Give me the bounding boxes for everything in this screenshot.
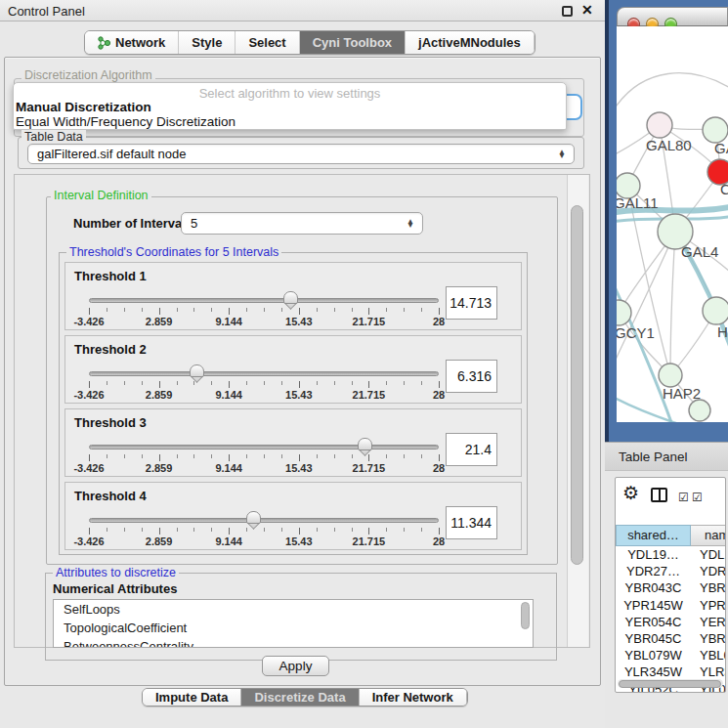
tick-mark bbox=[317, 454, 318, 458]
tab-impute-data[interactable]: Impute Data bbox=[143, 689, 241, 706]
threshold-value-field[interactable]: 14.713 bbox=[446, 286, 497, 320]
bottom-tab-bar: Impute DataDiscretize DataInfer Network bbox=[142, 688, 468, 707]
tab-style[interactable]: Style bbox=[179, 31, 236, 54]
threshold-value-field[interactable]: 21.4 bbox=[446, 433, 497, 466]
column-header-shared-name[interactable]: shared… bbox=[616, 525, 691, 546]
tick-mark bbox=[177, 528, 178, 532]
cell-shared-name[interactable]: YPR145W bbox=[616, 598, 691, 615]
tick-mark bbox=[334, 381, 335, 385]
cell-shared-name[interactable]: YDR27… bbox=[616, 564, 691, 580]
tick-mark bbox=[439, 528, 440, 535]
tick-label: 28 bbox=[433, 535, 445, 547]
horizontal-scrollbar-thumb[interactable] bbox=[619, 680, 721, 688]
cell-shared-name[interactable]: YBL079W bbox=[616, 648, 691, 664]
tab-select[interactable]: Select bbox=[236, 31, 299, 54]
number-of-intervals-label: Number of Intervals bbox=[73, 216, 193, 231]
tick-mark bbox=[124, 308, 125, 312]
tick-mark bbox=[124, 454, 125, 458]
tick-mark bbox=[211, 454, 212, 458]
slider-thumb[interactable] bbox=[283, 291, 298, 311]
attribute-item-betweennesscentrality[interactable]: BetweennessCentrality bbox=[54, 637, 533, 648]
cell-shared-name[interactable]: YER054C bbox=[616, 615, 691, 631]
apply-button[interactable]: Apply bbox=[262, 656, 329, 676]
cell-name[interactable]: YDR2 bbox=[691, 564, 726, 580]
tab-discretize-data[interactable]: Discretize Data bbox=[241, 689, 359, 706]
tick-mark bbox=[177, 454, 178, 458]
tick-mark bbox=[193, 308, 194, 312]
slider-track[interactable] bbox=[89, 371, 439, 376]
column-header-name[interactable]: name bbox=[691, 525, 726, 546]
gear-icon[interactable]: ⚙ bbox=[622, 482, 639, 504]
tab-cyni-toolbox[interactable]: Cyni Toolbox bbox=[300, 31, 406, 54]
numerical-attributes-list[interactable]: SelfLoopsTopologicalCoefficientBetweenne… bbox=[53, 599, 534, 648]
slider-track[interactable] bbox=[89, 298, 439, 303]
network-node[interactable] bbox=[689, 400, 710, 421]
tick-label: 2.859 bbox=[146, 389, 173, 401]
cell-name[interactable]: YER0 bbox=[691, 615, 726, 631]
network-node[interactable] bbox=[703, 297, 728, 324]
list-scrollbar[interactable] bbox=[521, 602, 530, 629]
slider-thumb[interactable] bbox=[190, 364, 204, 384]
attribute-item-selfloops[interactable]: SelfLoops bbox=[54, 600, 533, 619]
threshold-panel-2: Threshold 2-3.4262.8599.14415.4321.71528… bbox=[64, 335, 522, 404]
cell-shared-name[interactable]: YBR043C bbox=[616, 580, 691, 597]
dropdown-option-manual-discretization[interactable]: Manual Discretization bbox=[14, 100, 566, 114]
tab-label: jActiveMNodules bbox=[418, 35, 521, 50]
table-data-combobox[interactable]: galFiltered.sif default node ▲▼ bbox=[27, 144, 575, 164]
tab-infer-network[interactable]: Infer Network bbox=[360, 689, 467, 706]
tick-label: -3.426 bbox=[73, 462, 104, 474]
slider-track[interactable] bbox=[89, 518, 439, 523]
table-data-value: galFiltered.sif default node bbox=[37, 147, 186, 161]
tick-mark bbox=[281, 308, 282, 312]
tick-mark bbox=[107, 308, 107, 312]
tick-label: 21.715 bbox=[353, 462, 386, 474]
table-row[interactable]: YER054CYER0 bbox=[616, 615, 726, 631]
threshold-value-field[interactable]: 11.344 bbox=[446, 506, 497, 539]
tick-mark bbox=[107, 454, 107, 458]
cell-name[interactable]: YDL1 bbox=[691, 547, 726, 564]
table-row[interactable]: YBL079WYBL0 bbox=[616, 648, 726, 664]
tick-mark bbox=[352, 528, 353, 532]
table-column-headers: shared… name bbox=[616, 525, 726, 546]
network-node[interactable] bbox=[659, 364, 682, 387]
checkbox-checked-icon[interactable]: ☑ bbox=[692, 491, 703, 504]
scrollbar-thumb[interactable] bbox=[571, 205, 583, 565]
attribute-item-topologicalcoefficient[interactable]: TopologicalCoefficient bbox=[54, 619, 533, 637]
tab-label: Cyni Toolbox bbox=[313, 35, 392, 50]
cell-shared-name[interactable]: YBR045C bbox=[616, 631, 691, 648]
split-columns-icon[interactable] bbox=[651, 488, 667, 502]
table-row[interactable]: YBR045CYBR0 bbox=[616, 631, 726, 648]
close-icon[interactable]: ✕ bbox=[581, 2, 593, 18]
checkbox-checked-icon[interactable]: ☑ bbox=[678, 491, 689, 504]
slider-thumb[interactable] bbox=[246, 511, 261, 531]
slider-thumb[interactable] bbox=[358, 438, 372, 457]
table-row[interactable]: YBR043CYBR0 bbox=[616, 580, 726, 597]
threshold-value-field[interactable]: 6.316 bbox=[446, 360, 497, 393]
network-window-titlebar bbox=[617, 7, 728, 26]
number-of-intervals-combobox[interactable]: 5 ▲▼ bbox=[181, 212, 423, 235]
slider-track[interactable] bbox=[89, 445, 439, 450]
dropdown-option-equal-width-frequency-discretization[interactable]: Equal Width/Frequency Discretization bbox=[14, 114, 566, 129]
cell-name[interactable]: YBL0 bbox=[691, 648, 726, 664]
table-row[interactable]: YDL19…YDL1 bbox=[616, 547, 726, 564]
horizontal-scrollbar[interactable] bbox=[618, 679, 723, 688]
network-node[interactable] bbox=[647, 112, 672, 138]
tab-jactivemnodules[interactable]: jActiveMNodules bbox=[406, 31, 535, 54]
tick-mark bbox=[386, 454, 387, 458]
cell-name[interactable]: YBR0 bbox=[691, 580, 726, 597]
table-row[interactable]: YDR27…YDR2 bbox=[616, 564, 726, 580]
tick-mark bbox=[299, 454, 300, 461]
cell-name[interactable]: YBR0 bbox=[691, 631, 726, 648]
tick-mark bbox=[264, 528, 265, 532]
tab-network[interactable]: Network bbox=[85, 31, 179, 54]
network-view-canvas[interactable]: GAL80GACGAL11GAL4GCY1HHAP2 bbox=[617, 26, 728, 422]
threshold-panel-1: Threshold 1-3.4262.8599.14415.4321.71528… bbox=[64, 262, 522, 330]
table-row[interactable]: YPR145WYPR1 bbox=[616, 598, 726, 615]
interval-definition-title: Interval Definition bbox=[51, 189, 151, 202]
cell-shared-name[interactable]: YDL19… bbox=[616, 547, 691, 564]
cell-name[interactable]: YPR1 bbox=[691, 598, 726, 615]
tick-mark bbox=[89, 381, 90, 388]
float-window-icon[interactable] bbox=[562, 6, 573, 17]
tick-label: 28 bbox=[433, 389, 445, 401]
table-panel-titlebar: Table Panel bbox=[605, 442, 728, 471]
